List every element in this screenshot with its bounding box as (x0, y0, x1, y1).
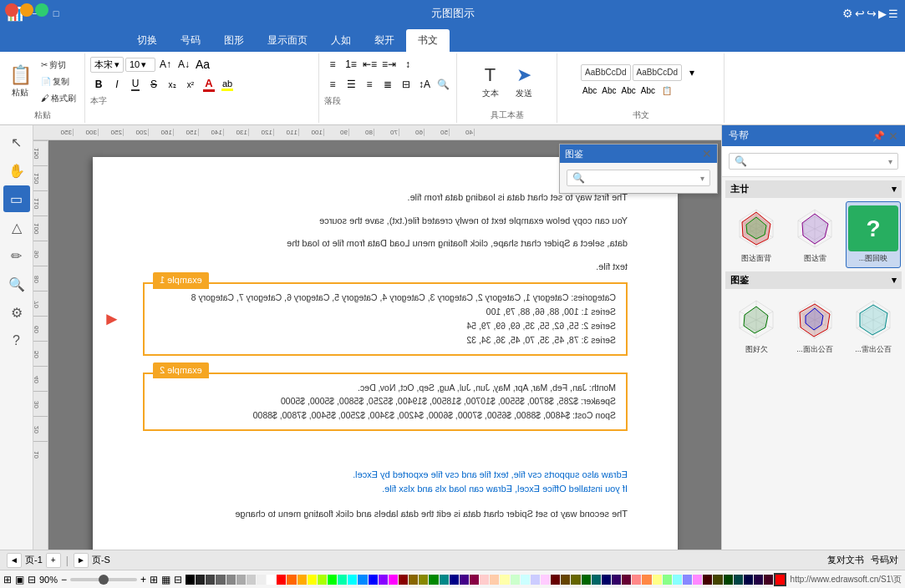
num-list-btn[interactable]: 1≡ (343, 56, 359, 73)
style-opt2[interactable]: Abc (600, 83, 618, 99)
decrease-font-btn[interactable]: A↓ (175, 56, 192, 73)
section-gallery-toggle[interactable]: ▾ (892, 275, 897, 286)
color-swatch[interactable] (389, 575, 398, 585)
line-spacing-btn[interactable]: ↕ (399, 56, 416, 73)
color-swatch[interactable] (612, 575, 621, 585)
sidebar-pen[interactable]: ✏ (3, 242, 30, 269)
color-swatch[interactable] (186, 575, 195, 585)
color-swatch[interactable] (429, 575, 438, 585)
justify-btn[interactable]: ≣ (379, 76, 396, 93)
color-swatch[interactable] (470, 575, 479, 585)
color-swatch[interactable] (713, 575, 722, 585)
float-panel-close[interactable]: ✕ (702, 147, 712, 160)
right-panel-close[interactable]: ✕ (888, 129, 898, 143)
subscript-btn[interactable]: x₂ (164, 76, 180, 93)
font-size-dropdown[interactable]: 10 ▾ (125, 58, 155, 72)
color-swatch[interactable] (602, 575, 611, 585)
cut-btn[interactable]: ✂ 剪切 (38, 58, 79, 73)
tab-tuxing[interactable]: 图形 (212, 29, 256, 52)
color-swatch[interactable] (500, 575, 509, 585)
copy-format-btn[interactable]: 📋 (658, 83, 675, 99)
color-swatch[interactable] (358, 575, 367, 585)
view-btn-3[interactable]: ⊟ (174, 574, 182, 585)
color-swatch[interactable] (257, 575, 266, 585)
sort-btn[interactable]: ↕A (416, 76, 433, 93)
color-swatch[interactable] (653, 575, 662, 585)
color-swatch[interactable] (277, 575, 286, 585)
right-panel-search[interactable]: 🔍 ▾ (729, 153, 898, 170)
close-icon[interactable] (5, 3, 18, 17)
nav-prev-btn[interactable]: ◄ (7, 553, 22, 568)
panel-search[interactable]: 🔍 ▾ (567, 170, 710, 186)
color-swatch[interactable] (561, 575, 570, 585)
indent-decrease-btn[interactable]: ⇤≡ (361, 56, 379, 73)
nav-add-btn[interactable]: + (46, 553, 61, 568)
color-swatch[interactable] (328, 575, 337, 585)
color-swatch[interactable] (622, 575, 631, 585)
color-swatch[interactable] (450, 575, 459, 585)
color-swatch[interactable] (511, 575, 520, 585)
doc-action-2[interactable]: 号码对 (871, 554, 898, 566)
tab-xianshipage[interactable]: 显示面页 (256, 29, 319, 52)
style-preset-1[interactable]: AaBbCcDd (581, 64, 630, 81)
text-style-btn[interactable]: T 文本 (475, 62, 506, 102)
shape-item-small3[interactable]: ...雷出公百 (846, 292, 901, 359)
title-play[interactable]: ▶ (878, 8, 887, 20)
underline-btn[interactable]: U (127, 76, 144, 93)
minimize-icon[interactable] (20, 3, 33, 17)
tab-qiehuan[interactable]: 切换 (125, 29, 169, 52)
color-swatch[interactable] (287, 575, 296, 585)
highlight-btn[interactable]: ab (219, 76, 236, 93)
win-maximize[interactable]: □ (48, 6, 64, 21)
color-swatch[interactable] (582, 575, 591, 585)
color-swatch[interactable] (216, 575, 225, 585)
color-swatch[interactable] (632, 575, 641, 585)
font-color-btn[interactable]: A (201, 76, 217, 93)
color-swatch[interactable] (338, 575, 347, 585)
selected-color[interactable] (774, 573, 786, 586)
color-swatch[interactable] (703, 575, 712, 585)
superscript-btn[interactable]: x² (182, 76, 199, 93)
view-btn-2[interactable]: ▦ (161, 574, 170, 585)
color-swatch[interactable] (318, 575, 327, 585)
shape-item-spider1[interactable]: 图达面背 (729, 201, 784, 268)
section-header-gallery[interactable]: 图鉴 ▾ (725, 271, 902, 289)
section-header-main[interactable]: 主廿 ▾ (725, 180, 902, 198)
color-swatch[interactable] (206, 575, 215, 585)
find-btn[interactable]: 🔍 (435, 76, 451, 93)
sidebar-rectangle[interactable]: ▭ (3, 185, 30, 212)
sidebar-help[interactable]: ? (3, 327, 30, 354)
copy-btn[interactable]: 📄 复制 (38, 74, 79, 89)
title-menu[interactable]: ☰ (888, 8, 898, 20)
style-opt1[interactable]: Abc (581, 83, 598, 99)
float-shape-panel[interactable]: 图鉴 ✕ 🔍 ▾ (559, 144, 718, 194)
color-swatch[interactable] (480, 575, 489, 585)
color-swatch[interactable] (297, 575, 307, 585)
color-swatch[interactable] (490, 575, 499, 585)
color-swatch[interactable] (673, 575, 682, 585)
color-swatch[interactable] (744, 575, 753, 585)
shape-item-small2[interactable]: ...面出公百 (787, 292, 842, 359)
send-btn[interactable]: ➤ 发送 (509, 62, 539, 102)
color-swatch[interactable] (460, 575, 469, 585)
title-undo[interactable]: ↩ (855, 7, 865, 20)
style-opt4[interactable]: Abc (639, 83, 657, 99)
sidebar-shape[interactable]: △ (3, 214, 30, 241)
shape-item-question[interactable]: ? ...图回映 (846, 201, 901, 268)
nav-next-btn[interactable]: ► (74, 553, 89, 568)
color-swatch[interactable] (226, 575, 236, 585)
tab-renru[interactable]: 人如 (319, 29, 363, 52)
shape-item-small1[interactable]: 图好欠 (729, 292, 784, 359)
canvas[interactable]: The first way to set chart data is loadi… (48, 140, 721, 550)
indent-increase-btn[interactable]: ≡⇥ (380, 56, 398, 73)
tab-liekai[interactable]: 裂开 (363, 29, 406, 52)
color-swatch[interactable] (267, 575, 276, 585)
color-swatch[interactable] (409, 575, 418, 585)
bold-btn[interactable]: B (90, 76, 107, 93)
font-name-dropdown[interactable]: 本宋 ▾ (90, 57, 124, 73)
right-panel-pin[interactable]: 📌 (872, 130, 885, 142)
tab-shuwen[interactable]: 书文 (406, 29, 450, 52)
color-swatch[interactable] (236, 575, 246, 585)
sidebar-cursor[interactable]: ↖ (3, 129, 30, 155)
search-input[interactable] (585, 173, 700, 183)
